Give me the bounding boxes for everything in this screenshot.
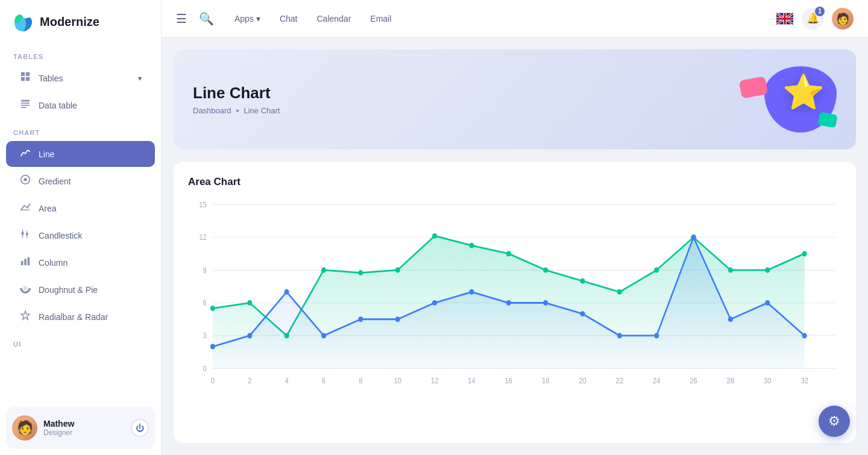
radialbar-label: Radialbar & Radar	[39, 312, 108, 322]
svg-text:0: 0	[203, 364, 207, 373]
sidebar-item-column[interactable]: Column	[6, 249, 155, 275]
svg-point-86	[802, 333, 807, 338]
page-header: Line Chart Dashboard ● Line Chart ⭐	[174, 49, 856, 149]
sidebar-item-gradient[interactable]: Gredient	[6, 168, 155, 194]
svg-point-64	[654, 268, 659, 273]
user-info: Mathew Designer	[43, 419, 125, 437]
svg-point-58	[432, 233, 437, 239]
fab-settings[interactable]: ⚙	[819, 406, 850, 437]
radialbar-icon	[19, 310, 31, 324]
chart-card: Area Chart 15 12 9 6 3 0	[174, 162, 856, 443]
column-label: Column	[39, 258, 68, 268]
svg-text:14: 14	[468, 377, 476, 386]
svg-rect-14	[26, 233, 28, 236]
illus-card1	[739, 76, 769, 98]
svg-text:30: 30	[764, 377, 772, 386]
chart-section-label: CHART	[0, 119, 161, 140]
user-name: Mathew	[43, 419, 125, 428]
svg-rect-17	[28, 257, 30, 266]
svg-point-84	[728, 316, 733, 322]
candlestick-icon	[19, 228, 31, 242]
svg-marker-20	[21, 311, 30, 319]
power-button[interactable]: ⏻	[131, 419, 149, 437]
area-chart-svg: 15 12 9 6 3 0 0 2 4 6 8 10 12 14 16 18	[188, 198, 841, 403]
sidebar-section-chart: CHART Line Gredient Area	[0, 119, 161, 331]
svg-point-67	[765, 268, 770, 273]
svg-point-73	[321, 333, 326, 338]
svg-text:22: 22	[616, 377, 624, 386]
sidebar-item-line[interactable]: Line	[6, 141, 155, 167]
svg-point-78	[506, 300, 511, 306]
svg-point-60	[506, 251, 511, 256]
menu-icon[interactable]: ☰	[176, 11, 187, 26]
svg-rect-7	[21, 107, 27, 108]
sidebar-item-datatable[interactable]: Data table	[6, 92, 155, 118]
svg-point-72	[285, 289, 289, 295]
svg-text:26: 26	[690, 377, 697, 386]
svg-text:0: 0	[211, 377, 215, 386]
tables-icon	[19, 71, 31, 85]
svg-rect-3	[26, 77, 30, 81]
column-icon	[19, 256, 31, 269]
svg-text:6: 6	[322, 377, 326, 386]
nav-calendar[interactable]: Calendar	[309, 9, 360, 28]
page-header-text: Line Chart Dashboard ● Line Chart	[193, 84, 280, 115]
logo-container: Modernize	[0, 0, 161, 43]
nav-chat[interactable]: Chat	[271, 9, 306, 28]
datatable-icon	[19, 98, 31, 112]
breadcrumb-current: Line Chart	[244, 106, 280, 115]
language-flag[interactable]	[776, 13, 793, 25]
datatable-label: Data table	[39, 101, 77, 110]
svg-rect-2	[21, 77, 25, 81]
nav-email[interactable]: Email	[362, 9, 400, 28]
area-label: Area	[39, 204, 57, 213]
search-icon[interactable]: 🔍	[199, 11, 214, 26]
svg-text:3: 3	[203, 331, 207, 340]
sidebar-item-tables[interactable]: Tables ▾	[6, 65, 155, 91]
svg-point-56	[358, 270, 363, 275]
svg-rect-6	[21, 105, 30, 106]
svg-text:15: 15	[199, 200, 207, 209]
svg-text:12: 12	[199, 233, 207, 242]
notification-button[interactable]: 🔔 1	[802, 8, 823, 30]
tables-section-label: TABLES	[0, 43, 161, 64]
topbar: ☰ 🔍 Apps ▾ Chat Calendar Email	[162, 0, 868, 37]
gradient-label: Gredient	[39, 177, 71, 186]
nav-apps[interactable]: Apps ▾	[226, 9, 269, 28]
svg-text:18: 18	[542, 377, 550, 386]
svg-point-82	[654, 333, 659, 338]
svg-text:6: 6	[203, 299, 207, 308]
main-content: ☰ 🔍 Apps ▾ Chat Calendar Email	[162, 0, 868, 455]
svg-point-81	[617, 333, 622, 338]
chart-container: 15 12 9 6 3 0 0 2 4 6 8 10 12 14 16 18	[188, 198, 841, 403]
svg-point-62	[580, 278, 585, 284]
candlestick-label: Candlestick	[39, 231, 82, 240]
sidebar-item-area[interactable]: Area	[6, 195, 155, 221]
user-avatar: 🧑	[12, 415, 37, 441]
line-label: Line	[39, 149, 54, 159]
topbar-avatar[interactable]: 🧑	[832, 8, 854, 30]
svg-text:16: 16	[505, 377, 513, 386]
chart-title: Area Chart	[188, 176, 841, 188]
page-title: Line Chart	[193, 84, 280, 102]
svg-text:12: 12	[431, 377, 439, 386]
svg-point-85	[765, 300, 770, 306]
svg-point-68	[802, 251, 807, 256]
sidebar: Modernize TABLES Tables ▾ Data table CHA…	[0, 0, 162, 455]
svg-point-57	[395, 268, 400, 273]
sidebar-item-radialbar[interactable]: Radialbar & Radar	[6, 304, 155, 330]
sidebar-item-doughnut-pie[interactable]: Doughnut & Pie	[6, 277, 155, 303]
logo-icon	[12, 11, 34, 33]
svg-rect-0	[21, 72, 25, 76]
svg-point-74	[358, 316, 363, 322]
svg-point-70	[210, 344, 215, 350]
svg-point-55	[321, 268, 326, 273]
svg-point-59	[469, 243, 474, 248]
svg-point-76	[432, 300, 437, 306]
sidebar-item-candlestick[interactable]: Candlestick	[6, 222, 155, 248]
svg-point-53	[247, 300, 252, 306]
svg-point-77	[469, 289, 474, 295]
svg-rect-5	[21, 102, 30, 104]
svg-point-52	[210, 306, 215, 311]
doughnut-label: Doughnut & Pie	[39, 285, 98, 295]
